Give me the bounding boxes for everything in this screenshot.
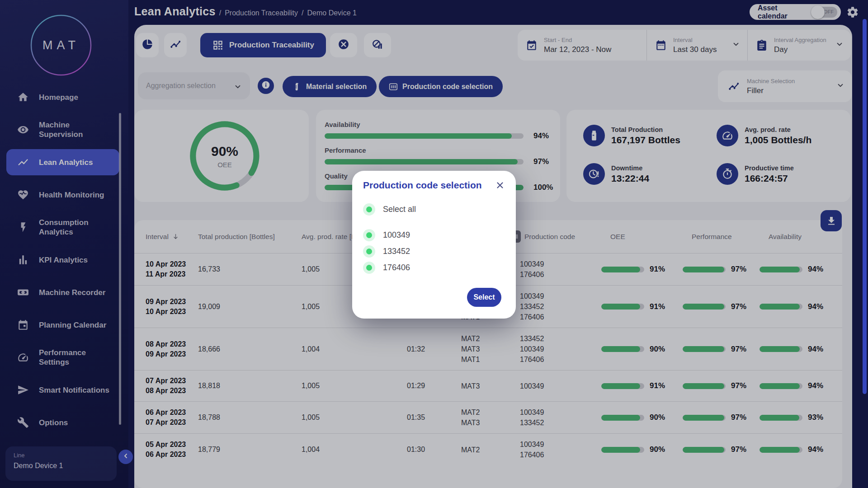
production-code-option[interactable]: 100349	[363, 229, 505, 241]
close-icon[interactable]	[495, 180, 505, 190]
production-code-option-label: 176406	[383, 263, 410, 272]
production-code-option[interactable]: 176406	[363, 262, 505, 274]
select-all-option-label: Select all	[383, 205, 416, 214]
radio-selected-icon	[363, 203, 375, 216]
production-code-option-label: 133452	[383, 247, 410, 256]
radio-selected-icon	[363, 262, 375, 274]
select-button[interactable]: Select	[467, 288, 501, 307]
radio-selected-icon	[363, 245, 375, 258]
select-all-option[interactable]: Select all	[363, 203, 505, 216]
production-code-selection-modal: Production code selection Select all1003…	[352, 171, 516, 319]
modal-title: Production code selection	[363, 180, 482, 191]
radio-selected-icon	[363, 229, 375, 241]
modal-options: Select all100349133452176406	[363, 203, 505, 274]
production-code-option-label: 100349	[383, 230, 410, 240]
page-scrollbar-thumb[interactable]	[863, 19, 867, 394]
production-code-option[interactable]: 133452	[363, 245, 505, 258]
